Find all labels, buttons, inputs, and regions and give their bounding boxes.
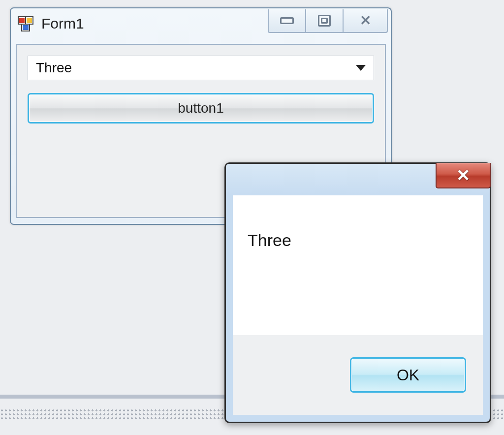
messagebox-body: Three <box>233 195 483 335</box>
ok-button[interactable]: OK <box>350 357 466 393</box>
messagebox-text: Three <box>248 231 468 250</box>
form1-titlebar[interactable]: Form1 ✕ <box>11 8 391 39</box>
close-icon: ✕ <box>360 14 371 28</box>
maximize-icon <box>318 15 331 27</box>
combobox-value: Three <box>36 60 72 76</box>
button1[interactable]: button1 <box>28 93 374 124</box>
caption-buttons: ✕ <box>269 9 388 33</box>
close-icon: ✕ <box>456 165 470 185</box>
messagebox-footer: OK <box>233 335 483 415</box>
chevron-down-icon <box>356 65 366 71</box>
messagebox-close-button[interactable]: ✕ <box>436 163 491 188</box>
messagebox-window: ✕ Three OK <box>224 162 491 423</box>
close-button[interactable]: ✕ <box>343 9 388 33</box>
minimize-button[interactable] <box>268 9 306 33</box>
form1-title: Form1 <box>41 15 269 32</box>
ok-button-label: OK <box>397 366 419 384</box>
combobox[interactable]: Three <box>28 56 374 80</box>
minimize-icon <box>280 17 294 24</box>
maximize-button[interactable] <box>305 9 344 33</box>
messagebox-titlebar[interactable]: ✕ <box>226 164 490 194</box>
app-icon <box>18 16 32 31</box>
button1-label: button1 <box>178 100 223 116</box>
